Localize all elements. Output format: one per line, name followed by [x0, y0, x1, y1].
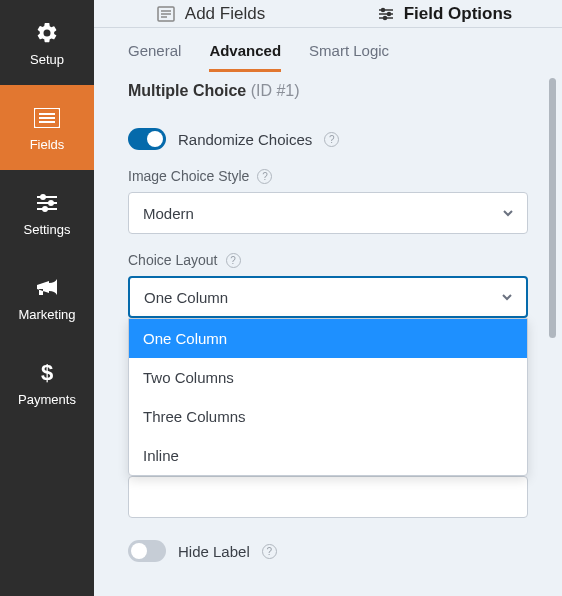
- sidebar-item-label: Payments: [18, 392, 76, 407]
- hide-label-label: Hide Label: [178, 543, 250, 560]
- help-icon[interactable]: ?: [324, 132, 339, 147]
- sidebar: Setup Fields Settings Marketing $ Paymen…: [0, 0, 94, 596]
- tabs-top: Add Fields Field Options: [94, 0, 562, 28]
- choice-layout-label: Choice Layout ?: [128, 252, 528, 268]
- field-type-name: Multiple Choice: [128, 82, 246, 99]
- select-value: Modern: [143, 205, 194, 222]
- tab-label: Add Fields: [185, 4, 265, 24]
- dollar-icon: $: [40, 359, 54, 387]
- sidebar-item-marketing[interactable]: Marketing: [0, 255, 94, 340]
- svg-text:$: $: [41, 360, 53, 385]
- bullhorn-icon: [35, 274, 59, 302]
- tab-add-fields[interactable]: Add Fields: [94, 0, 328, 27]
- image-choice-style-label: Image Choice Style ?: [128, 168, 528, 184]
- choice-layout-select[interactable]: One Column: [128, 276, 528, 318]
- dropdown-option[interactable]: Inline: [129, 436, 527, 475]
- sidebar-item-label: Setup: [30, 52, 64, 67]
- sidebar-item-label: Marketing: [18, 307, 75, 322]
- sidebar-item-payments[interactable]: $ Payments: [0, 340, 94, 425]
- hidden-field-box: [128, 476, 528, 518]
- chevron-down-icon: [501, 206, 515, 220]
- svg-point-7: [49, 201, 53, 205]
- sliders-small-icon: [378, 7, 394, 21]
- svg-point-5: [41, 195, 45, 199]
- dropdown-option[interactable]: One Column: [129, 319, 527, 358]
- help-icon[interactable]: ?: [257, 169, 272, 184]
- sliders-icon: [35, 189, 59, 217]
- field-id: (ID #1): [251, 82, 300, 99]
- image-choice-style-select[interactable]: Modern: [128, 192, 528, 234]
- sidebar-item-settings[interactable]: Settings: [0, 170, 94, 255]
- sidebar-item-fields[interactable]: Fields: [0, 85, 94, 170]
- section-title: Multiple Choice (ID #1): [94, 72, 562, 106]
- svg-point-9: [43, 207, 47, 211]
- sidebar-item-label: Settings: [24, 222, 71, 237]
- gear-icon: [35, 19, 59, 47]
- tab-label: Field Options: [404, 4, 513, 24]
- tab-field-options[interactable]: Field Options: [328, 0, 562, 27]
- randomize-label: Randomize Choices: [178, 131, 312, 148]
- subtab-general[interactable]: General: [128, 42, 181, 72]
- subtabs: General Advanced Smart Logic: [94, 28, 562, 72]
- dropdown-option[interactable]: Three Columns: [129, 397, 527, 436]
- choice-layout-dropdown: One Column Two Columns Three Columns Inl…: [128, 318, 528, 476]
- scrollbar[interactable]: [549, 78, 556, 338]
- main-panel: Add Fields Field Options General Advance…: [94, 0, 562, 596]
- sidebar-item-setup[interactable]: Setup: [0, 0, 94, 85]
- chevron-down-icon: [500, 290, 514, 304]
- hide-label-toggle[interactable]: [128, 540, 166, 562]
- dropdown-option[interactable]: Two Columns: [129, 358, 527, 397]
- sidebar-item-label: Fields: [30, 137, 65, 152]
- svg-point-16: [381, 8, 384, 11]
- svg-point-18: [387, 12, 390, 15]
- list-icon: [34, 104, 60, 132]
- form-icon: [157, 6, 175, 22]
- svg-point-20: [383, 16, 386, 19]
- subtab-advanced[interactable]: Advanced: [209, 42, 281, 72]
- content-wrap: General Advanced Smart Logic Multiple Ch…: [94, 28, 562, 596]
- help-icon[interactable]: ?: [226, 253, 241, 268]
- select-value: One Column: [144, 289, 228, 306]
- randomize-toggle[interactable]: [128, 128, 166, 150]
- help-icon[interactable]: ?: [262, 544, 277, 559]
- subtab-smart-logic[interactable]: Smart Logic: [309, 42, 389, 72]
